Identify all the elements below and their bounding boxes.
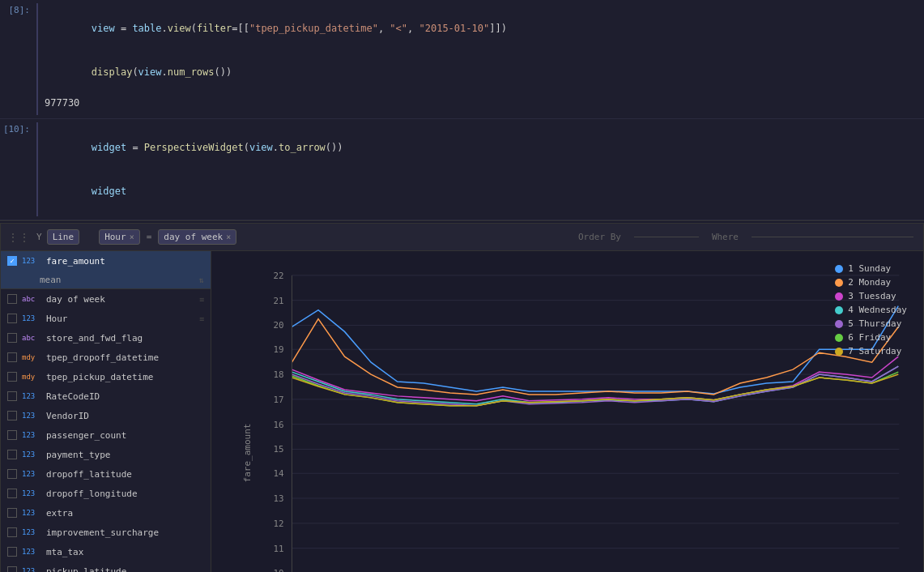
drag-handle-icon: ⋮⋮ (7, 231, 30, 244)
sidebar-item-improvement[interactable]: 123 improvement_surcharge (1, 523, 211, 542)
mta-checkbox[interactable] (7, 547, 17, 557)
sidebar-item-dow[interactable]: abc day of week ≡ (1, 289, 211, 309)
hour-close-icon[interactable]: × (130, 233, 134, 241)
code-cell-8: [8]: view = table.view(filter=[["tpep_pi… (0, 0, 924, 119)
perspective-widget: ⋮⋮ Y Line Hour × = day of week × Order B… (0, 223, 924, 572)
dow-filter-tag[interactable]: day of week × (158, 229, 236, 245)
sidebar-item-payment[interactable]: 123 payment_type (1, 445, 211, 464)
fare-amount-name: fare_amount (46, 256, 204, 267)
sidebar-item-passenger[interactable]: 123 passenger_count (1, 425, 211, 445)
pickup-lat-name: pickup_latitude (46, 566, 204, 573)
fare-amount-checkbox[interactable]: ✓ (7, 256, 17, 266)
sidebar-item-dropoff-lon[interactable]: 123 dropoff_longitude (1, 484, 211, 503)
dow-type: abc (22, 295, 41, 303)
dropoff-lat-checkbox[interactable] (7, 469, 17, 479)
legend-dot-tuesday (835, 292, 843, 301)
pickup-lat-type: 123 (22, 567, 41, 572)
sidebar-item-vendor[interactable]: 123 VendorID (1, 406, 211, 425)
dow-menu-icon[interactable]: ≡ (199, 295, 204, 304)
dow-close-icon[interactable]: × (226, 233, 231, 241)
legend-dot-friday (835, 334, 843, 342)
dropoff-dt-type: mdy (22, 353, 41, 361)
code-line-2: display(view.num_rows()) (45, 50, 918, 94)
mean-row: mean ⇅ (1, 271, 211, 288)
fare-amount-field: ✓ 123 fare_amount mean ⇅ (1, 251, 211, 289)
hour-checkbox[interactable] (7, 314, 17, 323)
legend-label-tuesday: 3 Tuesday (848, 291, 896, 301)
sidebar-item-store[interactable]: abc store_and_fwd_flag (1, 328, 211, 348)
passenger-checkbox[interactable] (7, 430, 17, 440)
improvement-checkbox[interactable] (7, 527, 17, 537)
ratecode-checkbox[interactable] (7, 391, 17, 401)
hour-filter-tag[interactable]: Hour × (99, 229, 140, 245)
toolbar: ⋮⋮ Y Line Hour × = day of week × Order B… (1, 224, 923, 251)
svg-text:11: 11 (274, 544, 284, 554)
legend-friday: 6 Friday (835, 332, 907, 343)
sidebar-item-mta[interactable]: 123 mta_tax (1, 542, 211, 561)
code-area: [8]: view = table.view(filter=[["tpep_pi… (0, 0, 924, 221)
y-type-tag[interactable]: Line (47, 229, 80, 245)
chart-container: fare_amount .grid-line { stroke: #2a2a3e… (211, 251, 923, 572)
fare-amount-row[interactable]: ✓ 123 fare_amount (1, 251, 211, 271)
sidebar-item-ratecode[interactable]: 123 RateCodeID (1, 386, 211, 406)
legend-dot-thursday (835, 320, 843, 328)
vendor-checkbox[interactable] (7, 411, 17, 420)
svg-text:10: 10 (274, 568, 284, 572)
pickup-dt-type: mdy (22, 373, 41, 381)
cell-number-10: [10]: (0, 122, 36, 216)
cell-output-8: 977730 (45, 94, 918, 112)
ratecode-name: RateCodeID (46, 391, 204, 402)
where-label: Where (705, 230, 745, 244)
hour-filter-label: Hour (104, 232, 126, 242)
legend-label-sunday: 1 Sunday (848, 263, 891, 274)
dropoff-lon-type: 123 (22, 489, 41, 497)
sidebar-item-extra[interactable]: 123 extra (1, 503, 211, 523)
passenger-name: passenger_count (46, 430, 204, 441)
dropoff-dt-name: tpep_dropoff_datetime (46, 352, 204, 363)
dropoff-lon-checkbox[interactable] (7, 489, 17, 498)
cell-content-10: widget = PerspectiveWidget(view.to_arrow… (36, 122, 924, 216)
hour-name: Hour (46, 314, 194, 324)
legend-dot-saturday (835, 348, 843, 356)
legend-label-wednesday: 4 Wednesday (848, 305, 907, 315)
main-content: ✓ 123 fare_amount mean ⇅ abc day of week… (1, 251, 923, 572)
legend-label-thursday: 5 Thursday (848, 318, 901, 329)
y-label: Y (36, 232, 42, 242)
svg-text:18: 18 (274, 369, 284, 380)
extra-checkbox[interactable] (7, 508, 17, 518)
passenger-type: 123 (22, 431, 41, 439)
payment-checkbox[interactable] (7, 450, 17, 459)
order-by-label: Order By (572, 230, 628, 244)
legend-dot-wednesday (835, 306, 843, 314)
hour-menu-icon[interactable]: ≡ (199, 314, 204, 323)
store-type: abc (22, 334, 41, 342)
svg-text:12: 12 (274, 519, 284, 529)
store-name: store_and_fwd_flag (46, 333, 204, 344)
line-monday (292, 319, 898, 395)
store-checkbox[interactable] (7, 333, 17, 343)
chart-legend: 1 Sunday 2 Monday 3 Tuesday 4 Wednesday (835, 263, 907, 356)
mean-arrow-icon: ⇅ (199, 275, 204, 284)
sidebar-item-dropoff-lat[interactable]: 123 dropoff_latitude (1, 464, 211, 484)
chart-area: fare_amount .grid-line { stroke: #2a2a3e… (211, 251, 923, 572)
legend-label-monday: 2 Monday (848, 277, 891, 288)
dow-checkbox[interactable] (7, 294, 17, 304)
svg-text:19: 19 (274, 344, 284, 355)
svg-text:13: 13 (274, 493, 284, 504)
fare-amount-type: 123 (22, 257, 41, 265)
pickup-lat-checkbox[interactable] (7, 566, 17, 572)
sidebar-item-pickup-lat[interactable]: 123 pickup_latitude (1, 561, 211, 572)
sidebar-item-hour[interactable]: 123 Hour ≡ (1, 309, 211, 328)
legend-label-friday: 6 Friday (848, 332, 891, 343)
svg-text:21: 21 (274, 296, 284, 306)
pickup-dt-checkbox[interactable] (7, 372, 17, 382)
vendor-type: 123 (22, 412, 41, 420)
dropoff-dt-checkbox[interactable] (7, 352, 17, 362)
y-type-label: Line (53, 232, 75, 242)
cell-content-8: view = table.view(filter=[["tpep_pickup_… (36, 3, 924, 115)
svg-text:20: 20 (274, 320, 284, 331)
svg-text:17: 17 (274, 395, 284, 405)
sidebar-item-dropoff-dt[interactable]: mdy tpep_dropoff_datetime (1, 348, 211, 367)
legend-monday: 2 Monday (835, 277, 907, 288)
sidebar-item-pickup-dt[interactable]: mdy tpep_pickup_datetime (1, 367, 211, 386)
